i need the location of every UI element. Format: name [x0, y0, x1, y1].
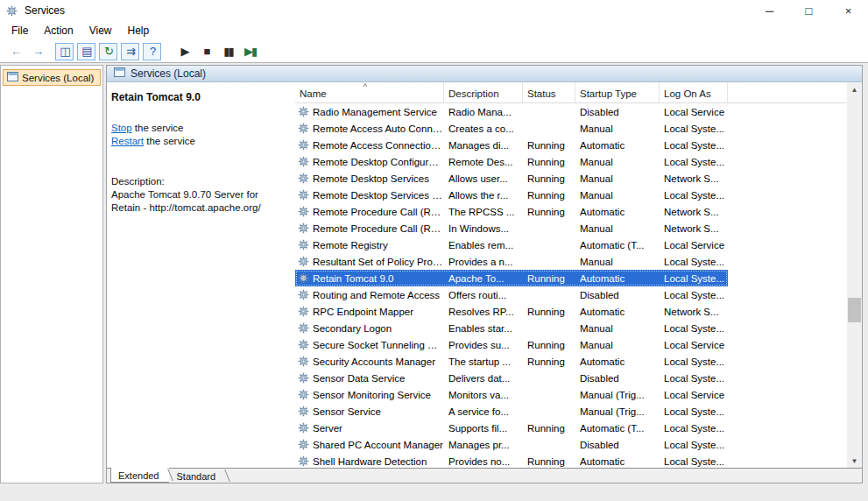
column-header-log-on-as[interactable]: Log On As: [660, 82, 728, 102]
table-row[interactable]: ServerSupports fil...RunningAutomatic (T…: [295, 420, 847, 436]
service-gear-icon: [298, 455, 310, 467]
table-row[interactable]: Remote RegistryEnables rem...Automatic (…: [295, 236, 847, 253]
table-row[interactable]: Remote Procedure Call (RP...In Windows..…: [295, 220, 847, 236]
column-header-row: Name^DescriptionStatusStartup TypeLog On…: [295, 82, 847, 103]
cell-status: [523, 120, 575, 137]
minimize-button[interactable]: ─: [750, 0, 789, 21]
back-icon[interactable]: ←: [6, 43, 25, 60]
table-row[interactable]: Secure Socket Tunneling Pr...Provides su…: [295, 336, 847, 353]
table-row[interactable]: Radio Management ServiceRadio Mana...Dis…: [295, 103, 847, 120]
stop-service-icon[interactable]: ■: [197, 43, 215, 60]
table-row[interactable]: Routing and Remote AccessOffers routi...…: [295, 286, 847, 303]
close-button[interactable]: ×: [829, 0, 868, 21]
export-list-icon[interactable]: ⇉: [121, 43, 139, 60]
cell-log-on-as: Network S...: [660, 170, 728, 187]
cell-name: RPC Endpoint Mapper: [295, 303, 444, 320]
panel-header: Services (Local): [107, 66, 862, 82]
cell-log-on-as: Local Syste...: [660, 453, 728, 468]
properties-icon[interactable]: ▤: [77, 43, 95, 60]
cell-description: Provides a n...: [444, 253, 523, 270]
column-header-label: Startup Type: [580, 88, 637, 99]
cell-description: Monitors va...: [444, 386, 523, 403]
restart-service-icon[interactable]: ▶▮: [241, 43, 259, 60]
table-row[interactable]: Sensor Monitoring ServiceMonitors va...M…: [295, 386, 847, 403]
tab-extended[interactable]: Extended: [110, 468, 169, 483]
column-header-description[interactable]: Description: [444, 82, 523, 102]
table-row[interactable]: Remote Access Auto Conne...Creates a co.…: [295, 120, 847, 137]
table-row[interactable]: Security Accounts ManagerThe startup ...…: [295, 353, 847, 370]
cell-startup-type: Disabled: [575, 103, 660, 120]
panel-body: Retain Tomcat 9.0 Stop the service Resta…: [107, 82, 862, 468]
scroll-up-icon[interactable]: ▲: [847, 82, 862, 96]
pause-service-icon[interactable]: ▮▮: [219, 43, 237, 60]
cell-startup-type: Manual: [575, 220, 660, 236]
cell-startup-type: Manual: [575, 320, 660, 336]
stop-service-link[interactable]: Stop: [111, 123, 132, 133]
refresh-icon[interactable]: ↻: [99, 43, 117, 60]
table-row[interactable]: Remote Procedure Call (RPC)The RPCSS ...…: [295, 203, 847, 220]
table-row[interactable]: Sensor Data ServiceDelivers dat...Disabl…: [295, 370, 847, 386]
table-row[interactable]: Remote Desktop Services U...Allows the r…: [295, 187, 847, 203]
table-row[interactable]: RPC Endpoint MapperResolves RP...Running…: [295, 303, 847, 320]
service-gear-icon: [298, 256, 310, 267]
panel-header-title: Services (Local): [131, 67, 206, 80]
service-gear-icon: [298, 289, 310, 300]
column-header-label: Description: [448, 88, 499, 99]
tab-extended-label: Extended: [118, 470, 159, 481]
console-tree-panel: Services (Local): [0, 65, 103, 483]
sort-ascending-icon: ^: [363, 82, 367, 91]
column-header-startup-type[interactable]: Startup Type: [575, 82, 660, 102]
scroll-down-icon[interactable]: ▼: [847, 454, 862, 468]
titlebar: Services ─ □ ×: [0, 0, 868, 21]
menu-item-help[interactable]: Help: [120, 22, 158, 39]
cell-description: Resolves RP...: [444, 303, 523, 320]
table-row[interactable]: Secondary LogonEnables star...ManualLoca…: [295, 320, 847, 336]
help-icon[interactable]: ?: [143, 43, 161, 60]
cell-status: Running: [523, 336, 575, 353]
cell-log-on-as: Local Syste...: [660, 403, 728, 420]
table-row[interactable]: Remote Desktop ServicesAllows user...Run…: [295, 170, 847, 187]
column-header-label: Status: [527, 88, 556, 99]
forward-icon[interactable]: →: [28, 43, 46, 60]
services-app-icon: [6, 4, 20, 17]
service-gear-icon: [298, 106, 310, 117]
cell-startup-type: Automatic: [575, 453, 660, 468]
cell-status: Running: [523, 153, 575, 170]
services-list: Name^DescriptionStatusStartup TypeLog On…: [295, 82, 847, 468]
vertical-scrollbar[interactable]: ▲ ▼: [847, 82, 862, 468]
cell-description: Enables star...: [444, 320, 523, 336]
cell-startup-type: Manual: [575, 253, 660, 270]
table-row[interactable]: Retain Tomcat 9.0Apache To...RunningAuto…: [295, 270, 847, 286]
table-row[interactable]: Sensor ServiceA service fo...Manual (Tri…: [295, 403, 847, 420]
cell-name: Radio Management Service: [295, 103, 444, 120]
cell-status: Running: [523, 270, 575, 286]
start-service-icon[interactable]: ▶: [175, 43, 194, 60]
cell-description: Radio Mana...: [444, 103, 523, 120]
column-header-name[interactable]: Name^: [295, 82, 444, 102]
maximize-button[interactable]: □: [789, 0, 829, 21]
show-console-tree-icon[interactable]: ◫: [55, 43, 74, 60]
service-gear-icon: [298, 222, 310, 234]
table-row[interactable]: Resultant Set of Policy Provi...Provides…: [295, 253, 847, 270]
menu-item-file[interactable]: File: [4, 22, 36, 39]
table-row[interactable]: Remote Desktop Configurat...Remote Des..…: [295, 153, 847, 170]
table-row[interactable]: Remote Access Connection...Manages di...…: [295, 137, 847, 153]
cell-name: Remote Desktop Configurat...: [295, 153, 444, 170]
tree-item-services-local[interactable]: Services (Local): [3, 69, 101, 86]
cell-startup-type: Disabled: [575, 436, 660, 453]
scrollbar-thumb[interactable]: [848, 298, 861, 322]
menu-item-action[interactable]: Action: [36, 22, 81, 39]
restart-service-link[interactable]: Restart: [111, 136, 144, 146]
service-gear-icon: [298, 322, 310, 334]
column-header-status[interactable]: Status: [523, 82, 575, 102]
scrollbar-track[interactable]: [847, 96, 862, 454]
table-row[interactable]: Shell Hardware DetectionProvides no...Ru…: [295, 453, 847, 468]
cell-log-on-as: Local Service: [660, 103, 728, 120]
cell-log-on-as: Local Syste...: [660, 370, 728, 386]
table-row[interactable]: Shared PC Account ManagerManages pr...Di…: [295, 436, 847, 453]
cell-description: Manages di...: [444, 137, 523, 153]
tab-standard[interactable]: Standard: [169, 469, 226, 483]
cell-log-on-as: Local Syste...: [660, 120, 728, 137]
menu-item-view[interactable]: View: [81, 22, 120, 39]
cell-startup-type: Manual: [575, 336, 660, 353]
